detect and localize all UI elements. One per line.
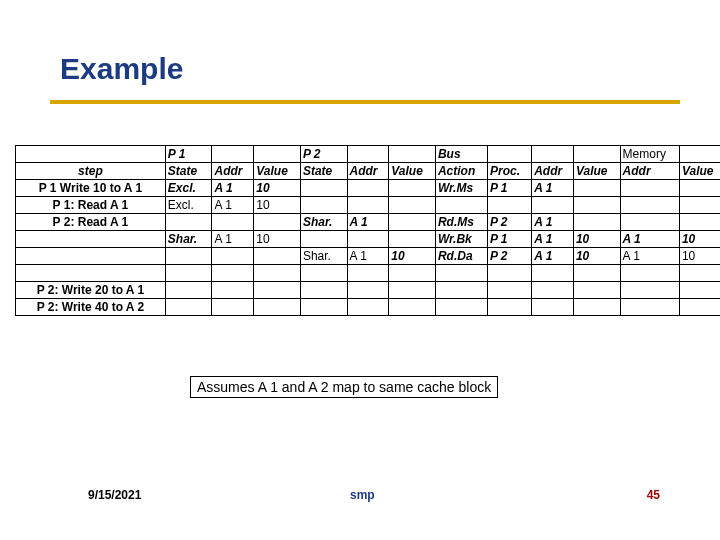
coherence-table: P 1 P 2 Bus Memory step State Addr Value… <box>15 145 720 316</box>
footer-center: smp <box>350 488 375 502</box>
cell-bus: Bus <box>435 146 487 163</box>
table-row: Shar.A 110Rd.DaP 2A 110A 110 <box>16 248 721 265</box>
table-row: P 2: Write 40 to A 2 <box>16 299 721 316</box>
cell-mem: Memory <box>620 146 679 163</box>
footer-date: 9/15/2021 <box>88 488 141 502</box>
cell-p1: P 1 <box>165 146 212 163</box>
hdr-step: step <box>16 163 166 180</box>
table-group-row: P 1 P 2 Bus Memory <box>16 146 721 163</box>
cell-p2: P 2 <box>300 146 347 163</box>
slide-title: Example <box>60 52 183 86</box>
table-row: P 1: Read A 1Excl.A 110 <box>16 197 721 214</box>
title-rule <box>50 100 680 104</box>
cell-blank <box>16 146 166 163</box>
assumption-note: Assumes A 1 and A 2 map to same cache bl… <box>190 376 498 398</box>
table-row: Shar.A 110Wr.BkP 1A 110A 110 <box>16 231 721 248</box>
footer-page: 45 <box>647 488 660 502</box>
table-row: P 2: Read A 1Shar.A 1Rd.MsP 2A 1 <box>16 214 721 231</box>
table-header-row: step State Addr Value State Addr Value A… <box>16 163 721 180</box>
table-row: P 2: Write 20 to A 1 <box>16 282 721 299</box>
table-row: P 1 Write 10 to A 1Excl.A 110Wr.MsP 1A 1 <box>16 180 721 197</box>
table-row <box>16 265 721 282</box>
